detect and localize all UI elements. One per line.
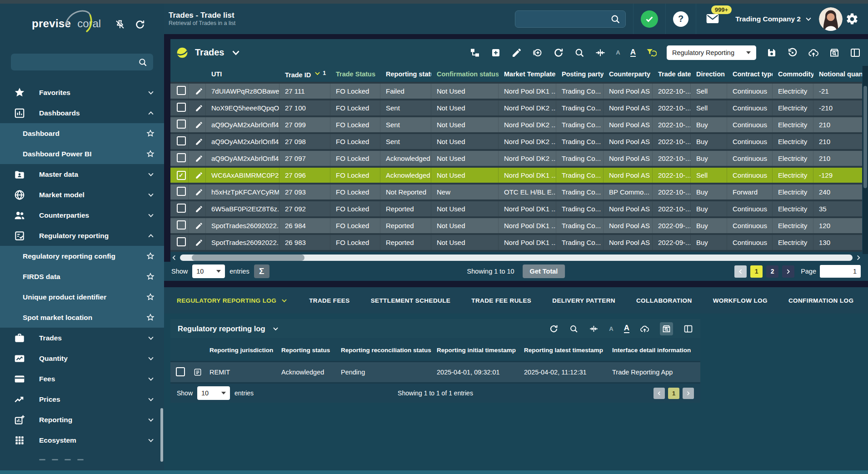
table-row[interactable]: aQ9OyAM2xAbrlOnfl4...27 098FO LockedSent…	[170, 134, 862, 149]
page-1-button[interactable]: 1	[668, 388, 679, 399]
user-avatar[interactable]	[819, 7, 843, 31]
sidebar-item-ecosystem[interactable]: Ecosystem	[0, 430, 164, 450]
column-header-counterparty[interactable]: Counterparty	[604, 66, 653, 82]
column-header-confirmation-status[interactable]: Confirmation status	[431, 66, 499, 82]
tab-settlement-schedule[interactable]: SETTLEMENT SCHEDULE	[371, 297, 451, 304]
page-2-button[interactable]: 2	[766, 265, 778, 278]
prev-page-button[interactable]	[734, 265, 747, 278]
row-checkbox[interactable]	[177, 153, 186, 162]
sidebar-item-spot-market-location[interactable]: Spot market location	[0, 307, 164, 328]
refresh-icon[interactable]	[135, 19, 145, 30]
company-selector[interactable]: Trading Company 2	[735, 15, 813, 23]
layout-columns-icon[interactable]	[850, 47, 861, 58]
sidebar-item-regulatory-reporting[interactable]: Regulatory reporting	[0, 225, 164, 246]
notifications-button[interactable]: 999+	[703, 11, 722, 27]
column-header-trade-status[interactable]: Trade Status	[330, 66, 380, 82]
edit-row-icon[interactable]	[195, 205, 203, 212]
sidebar-item-dashboard-power-bi[interactable]: Dashboard Power BI	[0, 144, 164, 164]
column-header-notional-quant[interactable]: Notional quant	[813, 66, 862, 82]
column-header-trade-date[interactable]: Trade date	[653, 66, 691, 82]
column-header-reporting-status[interactable]: Reporting status	[380, 66, 431, 82]
layout-columns-icon[interactable]	[683, 324, 693, 334]
table-row[interactable]: aQ9OyAM2xAbrlOnfl4...27 099FO LockedSent…	[170, 117, 862, 132]
column-header-interface-detail-information[interactable]: Interface detail information	[608, 338, 700, 362]
system-status-ok-button[interactable]	[641, 10, 658, 28]
table-row[interactable]: SpotTrades26092022...26 983FO LockedRepo…	[170, 235, 862, 250]
font-underline-icon[interactable]: A	[624, 324, 629, 333]
row-checkbox[interactable]	[177, 204, 186, 213]
font-underline-icon[interactable]: A	[630, 48, 636, 57]
star-icon[interactable]	[146, 150, 155, 159]
table-row[interactable]: 7dUIAWPqRz8OBawe...27 111FO LockedFailed…	[170, 84, 862, 99]
add-square-icon[interactable]	[490, 47, 501, 58]
page-1-button[interactable]: 1	[750, 265, 763, 278]
cloud-upload-icon[interactable]	[808, 47, 819, 58]
horizontal-scrollbar[interactable]	[170, 254, 862, 262]
column-header-reporting-status[interactable]: Reporting status	[277, 338, 336, 362]
column-header-posting-party[interactable]: Posting party	[556, 66, 604, 82]
table-row[interactable]: REMITAcknowledgedPending2025-04-01, 09:3…	[170, 362, 700, 382]
saved-search-icon[interactable]	[829, 47, 840, 58]
row-details-icon[interactable]	[193, 368, 202, 377]
next-page-button[interactable]	[782, 265, 794, 278]
edit-row-icon[interactable]	[195, 238, 203, 246]
tab-regulatory-reporting-log[interactable]: REGULATORY REPORTING LOG	[177, 297, 288, 304]
edit-row-icon[interactable]	[195, 87, 203, 95]
chevron-down-icon[interactable]	[272, 325, 279, 333]
search-icon[interactable]	[569, 324, 579, 334]
sidebar-item-prices[interactable]: Prices	[0, 389, 164, 409]
sidebar-item-reporting[interactable]: Reporting	[0, 409, 164, 430]
star-icon[interactable]	[146, 129, 155, 138]
sidebar-item-dashboard[interactable]: Dashboard	[0, 123, 164, 144]
row-checkbox[interactable]	[177, 136, 186, 145]
table-row[interactable]: ✓WC6AxABIMRMC0P2...27 096FO LockedAcknow…	[170, 168, 862, 183]
chevron-down-icon[interactable]	[230, 47, 241, 58]
saved-search-highlight[interactable]	[660, 322, 673, 335]
vertical-scrollbar-thumb[interactable]	[863, 86, 867, 188]
edit-row-icon[interactable]	[195, 137, 203, 145]
edit-row-icon[interactable]	[195, 221, 203, 229]
table-row[interactable]: h5xHzTpKFCAYCyRM...27 093FO LockedNot Re…	[170, 185, 862, 200]
sidebar-item-firds-data[interactable]: FIRDS data	[0, 266, 164, 287]
refresh-icon[interactable]	[553, 47, 564, 58]
star-icon[interactable]	[146, 293, 155, 302]
fit-columns-icon[interactable]	[595, 47, 606, 58]
row-checkbox[interactable]	[177, 237, 186, 246]
sidebar-item-regulatory-reporting-config[interactable]: Regulatory reporting config	[0, 246, 164, 266]
row-checkbox-checked[interactable]: ✓	[177, 171, 186, 180]
tab-trade-fees[interactable]: TRADE FEES	[309, 297, 350, 304]
horizontal-scrollbar-thumb[interactable]	[192, 254, 304, 261]
column-header-contract-type[interactable]: Contract type	[727, 66, 773, 82]
refresh-icon[interactable]	[549, 324, 559, 334]
tab-workflow-log[interactable]: WORKFLOW LOG	[713, 297, 768, 304]
sidebar-item-favorites[interactable]: Favorites	[0, 82, 164, 103]
star-icon[interactable]	[146, 272, 155, 281]
global-search-input[interactable]	[515, 10, 626, 28]
sidebar-item-fees[interactable]: Fees	[0, 369, 164, 389]
next-page-button[interactable]	[683, 388, 694, 399]
column-header-reporting-initial-timestamp[interactable]: Reporting initial timestamp	[432, 338, 519, 362]
log-page-size-select[interactable]: 10	[197, 386, 230, 400]
edit-row-icon[interactable]	[195, 104, 203, 111]
prev-page-button[interactable]	[653, 388, 665, 399]
pin-off-icon[interactable]	[115, 19, 125, 30]
table-row[interactable]: SpotTrades26092022...26 984FO LockedRepo…	[170, 218, 862, 233]
table-row[interactable]: NoX9EQ5heee8QpqO...27 100FO LockedSentNo…	[170, 100, 862, 115]
edit-row-icon[interactable]	[195, 120, 203, 128]
star-icon[interactable]	[146, 313, 155, 322]
tab-confirmation-log[interactable]: CONFIRMATION LOG	[788, 297, 853, 304]
table-row[interactable]: aQ9OyAM2xAbrlOnfl4...27 097FO LockedAckn…	[170, 151, 862, 166]
edit-row-icon[interactable]	[195, 154, 203, 162]
column-header-market-template[interactable]: Market Template	[499, 66, 556, 82]
row-checkbox[interactable]	[177, 187, 186, 196]
sidebar-item-counterparties[interactable]: Counterparties	[0, 205, 164, 225]
sidebar-item-quantity[interactable]: Quantity	[0, 348, 164, 369]
sidebar-search-input[interactable]	[11, 54, 153, 70]
hierarchy-icon[interactable]	[469, 47, 480, 58]
tab-trade-fee-rules[interactable]: TRADE FEE RULES	[471, 297, 531, 304]
row-checkbox[interactable]	[177, 86, 186, 95]
column-header-reporting-latest-timestamp[interactable]: Reporting latest timestamp	[519, 338, 608, 362]
tab-collaboration[interactable]: COLLABORATION	[636, 297, 692, 304]
view-select[interactable]: Regulatory Reporting	[667, 45, 756, 60]
tab-delivery-pattern[interactable]: DELIVERY PATTERN	[552, 297, 615, 304]
